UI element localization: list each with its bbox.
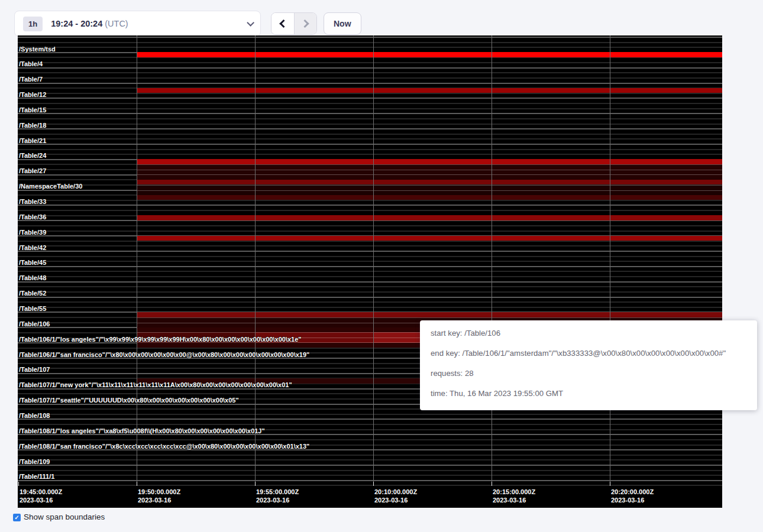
- span-boundary-label: /Table/108: [19, 412, 50, 420]
- span-boundary-label: /Table/107: [19, 366, 50, 374]
- axis-tick-label: 19:50:00.000Z2023-03-16: [138, 488, 180, 504]
- span-boundary-label: /Table/109: [19, 458, 50, 466]
- span-boundary-label: /Table/106/1/"los angeles"/"\x99\x99\x99…: [19, 336, 302, 343]
- span-boundary-label: /Table/107/1/"new york"/"\x11\x11\x11\x1…: [19, 381, 292, 389]
- span-boundary-label: /Table/24: [19, 152, 46, 160]
- span-boundary-label: /NamespaceTable/30: [19, 183, 82, 190]
- footer: ✓ Show span boundaries: [13, 512, 105, 521]
- span-boundary-label: /System/tsd: [19, 46, 56, 53]
- show-span-boundaries-checkbox[interactable]: ✓: [13, 514, 21, 521]
- axis-tick-label: 20:15:00.000Z2023-03-16: [493, 488, 535, 504]
- span-boundary-label: /Table/12: [19, 91, 46, 99]
- axis-tick-label: 19:45:00.000Z2023-03-16: [20, 488, 62, 504]
- axis-tick: [18, 482, 19, 486]
- span-boundary-label: /Table/45: [19, 259, 46, 267]
- axis-tick: [492, 482, 492, 486]
- time-gridline: [610, 35, 610, 486]
- axis-tick-label: 19:55:00.000Z2023-03-16: [256, 488, 299, 504]
- span-boundary-label: /Table/107/1/"seattle"/"UUUUUUD\x00\x80\…: [19, 397, 239, 404]
- span-boundary-label: /Table/39: [19, 229, 46, 236]
- span-boundary-label: /Table/106: [19, 320, 50, 328]
- heatmap-canvas[interactable]: /System/tsd/Table/4/Table/7/Table/12/Tab…: [18, 35, 722, 486]
- heat-band[interactable]: [137, 195, 722, 200]
- tooltip-start-key: start key: /Table/106: [431, 329, 757, 349]
- axis-tick: [137, 482, 137, 486]
- span-boundary-label: /Table/52: [19, 290, 46, 297]
- tooltip-requests: requests: 28: [431, 369, 757, 389]
- time-range-select[interactable]: 1h 19:24 - 20:24 (UTC): [14, 11, 261, 37]
- axis-tick: [610, 482, 610, 486]
- heat-band[interactable]: [137, 312, 722, 317]
- time-gridline: [255, 35, 256, 486]
- chevron-down-icon: [247, 19, 254, 27]
- axis-tick: [255, 482, 256, 486]
- next-range-button[interactable]: [294, 13, 316, 34]
- range-duration-badge: 1h: [23, 17, 43, 31]
- span-boundary-label: /Table/55: [19, 305, 46, 313]
- now-button[interactable]: Now: [324, 12, 361, 35]
- chevron-left-icon: [279, 20, 287, 28]
- range-nav-group: [271, 12, 317, 35]
- chevron-right-icon: [300, 20, 309, 28]
- range-text: 19:24 - 20:24: [51, 19, 102, 28]
- span-boundary-label: /Table/15: [19, 106, 46, 114]
- span-boundary-label: /Table/18: [19, 122, 46, 129]
- axis-tick-label: 20:20:00.000Z2023-03-16: [611, 488, 654, 504]
- span-boundary-label: /Table/21: [19, 137, 46, 145]
- prev-range-button[interactable]: [271, 13, 294, 34]
- heat-band[interactable]: [137, 215, 722, 220]
- span-boundary-label: /Table/42: [19, 244, 46, 252]
- span-tooltip: start key: /Table/106 end key: /Table/10…: [420, 320, 757, 410]
- span-boundary-label: /Table/27: [19, 167, 46, 175]
- span-boundary-label: /Table/108/1/"los angeles"/"\xa8\xf5\u00…: [19, 427, 265, 435]
- span-boundary-label: /Table/48: [19, 274, 46, 282]
- axis-tick: [373, 482, 374, 486]
- heat-band[interactable]: [137, 236, 722, 241]
- heat-band[interactable]: [137, 159, 722, 164]
- span-boundary-label: /Table/7: [19, 76, 43, 83]
- span-boundary-label: /Table/33: [19, 198, 46, 206]
- time-gridline: [492, 35, 492, 486]
- time-gridline: [373, 35, 374, 486]
- tooltip-end-key: end key: /Table/106/1/"amsterdam"/"\xb33…: [431, 349, 757, 369]
- heat-band[interactable]: [137, 185, 722, 195]
- span-boundary-label: /Table/36: [19, 213, 46, 221]
- span-boundary-label: /Table/4: [19, 60, 43, 68]
- range-timezone: (UTC): [105, 19, 128, 28]
- heat-band[interactable]: [137, 180, 722, 185]
- show-span-boundaries-label: Show span boundaries: [24, 512, 105, 521]
- time-axis: 19:45:00.000Z2023-03-1619:50:00.000Z2023…: [18, 486, 722, 508]
- toolbar: 1h 19:24 - 20:24 (UTC) Now: [14, 11, 361, 37]
- span-boundary-label: /Table/106/1/"san francisco"/"\x80\x00\x…: [19, 351, 309, 359]
- span-boundary-label: /Table/108/1/"san francisco"/"\x8c\xcc\x…: [19, 443, 309, 450]
- heat-band[interactable]: [137, 88, 722, 93]
- tooltip-time: time: Thu, 16 Mar 2023 19:55:00 GMT: [431, 389, 757, 409]
- time-gridline: [137, 35, 137, 486]
- heat-band[interactable]: [137, 52, 722, 57]
- span-boundary-label: /Table/111/1: [19, 473, 54, 481]
- key-visualizer-page: 1h 19:24 - 20:24 (UTC) Now /System/tsd/T…: [0, 0, 763, 532]
- heat-band[interactable]: [137, 164, 722, 180]
- axis-tick-label: 20:10:00.000Z2023-03-16: [374, 488, 417, 504]
